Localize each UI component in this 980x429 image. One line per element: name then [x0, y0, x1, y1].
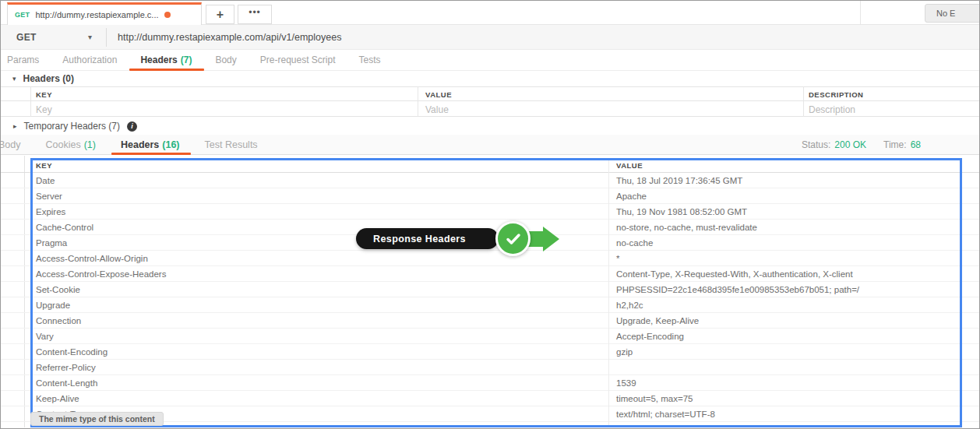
request-headers-empty-row: Key Value Description — [1, 101, 979, 117]
time-value: 68 — [911, 139, 921, 150]
table-row: Upgradeh2,h2c — [1, 297, 979, 313]
header-value: text/html; charset=UTF-8 — [616, 410, 715, 419]
tab-label: Headers — [121, 139, 159, 150]
response-tab-test-results[interactable]: Test Results — [203, 135, 259, 154]
request-headers-header-row: KEY VALUE DESCRIPTION — [1, 86, 979, 101]
status-label: Status: — [802, 139, 830, 150]
response-tabs: BodyCookies(1)Headers(16)Test Results St… — [1, 135, 979, 155]
table-row: VaryAccept-Encoding — [1, 329, 979, 344]
column-key: KEY — [36, 161, 52, 170]
unsaved-dot-icon — [164, 12, 171, 18]
tab-method-label: GET — [15, 11, 30, 19]
tab-tests[interactable]: Tests — [358, 50, 382, 70]
tab-count-badge: (7) — [181, 55, 192, 65]
table-row: ConnectionUpgrade, Keep-Alive — [1, 313, 979, 329]
active-tab-underline — [129, 69, 204, 71]
header-value: no-cache — [616, 238, 653, 248]
table-row: Access-Control-Allow-Origin* — [1, 251, 979, 266]
caret-right-icon: ▸ — [13, 122, 17, 130]
description-input[interactable]: Description — [809, 104, 855, 115]
column-description: DESCRIPTION — [809, 90, 863, 99]
method-dropdown[interactable]: GET ▾ — [1, 25, 106, 49]
header-key: Connection — [36, 316, 81, 325]
key-input[interactable]: Key — [36, 104, 52, 115]
tab-label: Authorization — [62, 55, 117, 65]
tab-authorization[interactable]: Authorization — [61, 50, 118, 70]
header-key: Content-Encoding — [36, 347, 108, 357]
tab-label: Body — [0, 139, 21, 150]
request-builder-bar: GET ▾ http://dummy.restapiexample.com/ap… — [1, 25, 979, 50]
environment-selector[interactable]: No E — [925, 4, 980, 23]
header-key: Keep-Alive — [36, 394, 79, 403]
tab-label: Cookies — [46, 139, 81, 150]
column-key: KEY — [36, 90, 52, 99]
response-tab-headers[interactable]: Headers(16) — [119, 135, 182, 154]
table-row: ServerApache — [1, 188, 979, 204]
header-key: Upgrade — [36, 301, 70, 310]
more-tabs-button[interactable]: ••• — [238, 5, 272, 24]
tab-pre-request-script[interactable]: Pre-request Script — [259, 50, 337, 70]
tab-params[interactable]: Params — [5, 50, 41, 70]
header-key: Set-Cookie — [36, 285, 80, 294]
tabbar-divider — [860, 1, 861, 25]
checkmark-icon — [495, 221, 531, 256]
tab-count-badge: (1) — [84, 139, 96, 150]
header-key: Access-Control-Expose-Headers — [36, 269, 166, 279]
header-key: Access-Control-Allow-Origin — [36, 254, 148, 263]
table-row: Keep-Alivetimeout=5, max=75 — [1, 391, 979, 406]
table-row: ExpiresThu, 19 Nov 1981 08:52:00 GMT — [1, 204, 979, 220]
header-value: Content-Type, X-Requested-With, X-authen… — [616, 269, 853, 279]
active-tab-underline — [111, 153, 191, 155]
headers-section-title: Headers (0) — [23, 73, 74, 84]
url-input[interactable]: http://dummy.restapiexample.com/api/v1/e… — [118, 25, 341, 49]
column-value: VALUE — [425, 90, 452, 99]
response-column-separator — [608, 158, 609, 427]
temporary-headers-label: Temporary Headers (7) — [24, 121, 120, 132]
header-value: Thu, 19 Nov 1981 08:52:00 GMT — [616, 207, 747, 216]
response-tab-body[interactable]: Body — [0, 135, 23, 154]
header-value: PHPSESSID=22c1e468d395fe1e00985353eb67b0… — [616, 285, 859, 294]
response-meta: Status: 200 OK Time: 68 — [802, 135, 921, 155]
column-value: VALUE — [616, 161, 643, 170]
header-value: timeout=5, max=75 — [616, 394, 693, 403]
tab-label: Headers — [140, 55, 177, 65]
temporary-headers-toggle[interactable]: ▸ Temporary Headers (7) i — [1, 118, 137, 134]
tab-label: Test Results — [205, 139, 258, 150]
header-key: Cache-Control — [36, 223, 93, 232]
callout-label: Response Headers — [356, 228, 499, 249]
request-tab[interactable]: GET http://dummy.restapiexample.c... — [7, 2, 202, 25]
header-value: no-store, no-cache, must-revalidate — [616, 223, 757, 232]
response-headers-table: KEY VALUE DateThu, 18 Jul 2019 17:36:45 … — [1, 158, 979, 422]
header-value: Accept-Encoding — [616, 332, 684, 341]
tab-body[interactable]: Body — [213, 50, 238, 70]
tab-headers[interactable]: Headers(7) — [139, 50, 193, 70]
header-value: h2,h2c — [616, 301, 643, 310]
tab-bar: GET http://dummy.restapiexample.c... + •… — [1, 1, 979, 25]
tab-label: Body — [215, 55, 236, 65]
request-headers-table: KEY VALUE DESCRIPTION Key Value Descript… — [1, 86, 979, 117]
table-row: Content-Length1539 — [1, 375, 979, 391]
tab-count-badge: (16) — [162, 139, 179, 150]
header-value: Upgrade, Keep-Alive — [616, 316, 699, 325]
app-window: GET http://dummy.restapiexample.c... + •… — [0, 0, 980, 429]
header-value: 1539 — [616, 378, 636, 388]
tab-label: Tests — [359, 55, 381, 65]
table-row: Content-Encodinggzip — [1, 344, 979, 360]
time-label: Time: — [883, 139, 907, 150]
chevron-down-icon: ▾ — [88, 33, 92, 41]
header-value: gzip — [616, 347, 633, 357]
info-icon[interactable]: i — [127, 121, 137, 132]
response-tab-cookies[interactable]: Cookies(1) — [44, 135, 97, 154]
headers-section-toggle[interactable]: ▾ Headers (0) — [1, 71, 74, 86]
header-value: Apache — [616, 192, 647, 201]
request-tabs: ParamsAuthorizationHeaders(7)BodyPre-req… — [1, 50, 979, 71]
tab-label: Params — [7, 55, 39, 65]
table-border-left — [30, 86, 31, 117]
value-input[interactable]: Value — [425, 104, 449, 115]
header-value: * — [616, 254, 619, 263]
new-tab-button[interactable]: + — [206, 5, 234, 24]
column-separator — [418, 86, 418, 117]
caret-down-icon: ▾ — [12, 75, 16, 83]
header-key: Content-Length — [36, 378, 97, 388]
response-table-header-row: KEY VALUE — [1, 158, 979, 173]
